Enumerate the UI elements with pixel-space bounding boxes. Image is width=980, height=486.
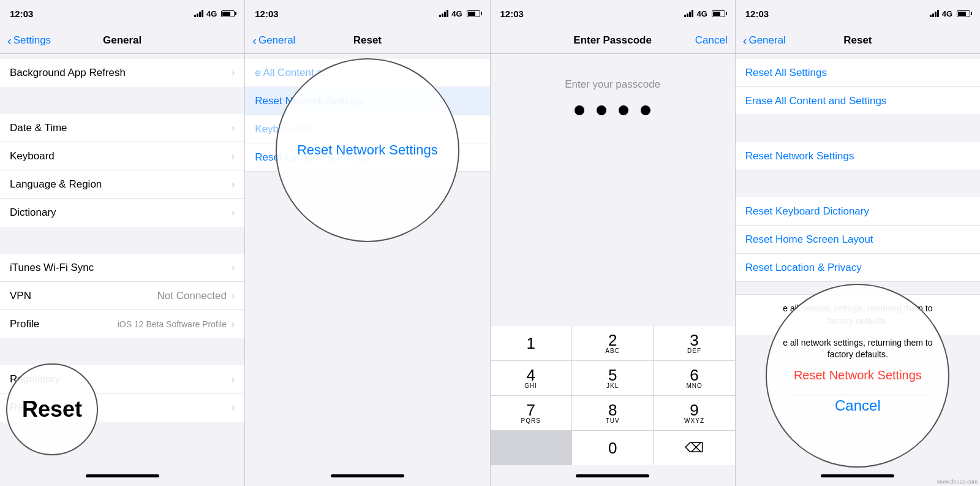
label-home-screen: Reset Home Screen Layout: [745, 234, 873, 246]
list-item-language-region[interactable]: Language & Region ›: [0, 170, 244, 199]
home-bar-1: [86, 474, 159, 477]
key-number-1: 1: [526, 335, 535, 351]
back-button-1[interactable]: ‹ Settings: [7, 34, 51, 47]
key-letters-6: MNO: [686, 383, 702, 389]
reset-item-partial-2[interactable]: Keyboard Di...: [245, 115, 489, 143]
back-button-2[interactable]: ‹ General: [252, 34, 295, 47]
settings-section-3: iTunes Wi-Fi Sync › VPN Not Connected › …: [0, 254, 244, 338]
panel-passcode: 12:03 4G Enter Passcode Cancel Enter you…: [491, 0, 736, 486]
keypad-row-2: 4 GHI 5 JKL 6 MNO: [491, 361, 735, 395]
reset-item-partial-1[interactable]: e All Content a...: [245, 59, 489, 87]
key-empty: [491, 431, 571, 465]
reset-item-all-settings[interactable]: Reset All Settings: [736, 59, 980, 87]
battery-icon-3: [710, 10, 725, 17]
key-3[interactable]: 3 DEF: [654, 326, 734, 360]
list-item-reset[interactable]: Reset ›: [0, 393, 244, 422]
key-number-9: 9: [690, 402, 698, 418]
chevron-icon: ›: [232, 290, 235, 302]
label-location-privacy-4: Reset Location & Privacy: [745, 262, 862, 274]
label-reset-all-settings: Reset All Settings: [745, 67, 827, 79]
status-bar-4: 12:03 4G: [736, 0, 980, 27]
key-4[interactable]: 4 GHI: [491, 361, 571, 395]
key-8[interactable]: 8 TUV: [572, 396, 653, 430]
passcode-dot-2: [597, 105, 606, 115]
general-settings-section: Background App Refresh ›: [0, 59, 244, 87]
panel-general: 12:03 4G ‹ Settings General Background A…: [0, 0, 245, 486]
home-bar-2: [331, 474, 404, 477]
status-icons-4: 4G: [930, 9, 970, 18]
reset-item-location-privacy[interactable]: Reset Location & Privacy: [245, 143, 489, 172]
reset-section-4c: Reset Keyboard Dictionary Reset Home Scr…: [736, 197, 980, 282]
key-1[interactable]: 1: [491, 326, 571, 360]
reset-item-network-4[interactable]: Reset Network Settings: [736, 142, 980, 170]
reset-item-erase-all[interactable]: Erase All Content and Settings: [736, 87, 980, 115]
chevron-icon: ›: [232, 179, 235, 190]
key-2[interactable]: 2 ABC: [572, 326, 653, 360]
item-right-vpn: Not Connected ›: [157, 290, 235, 302]
label-reset-network-settings: Reset Network Settings: [255, 95, 364, 107]
status-time-1: 12:03: [10, 9, 33, 19]
item-label-vpn: VPN: [10, 290, 31, 302]
list-item-itunes-wifi-sync[interactable]: iTunes Wi-Fi Sync ›: [0, 254, 244, 282]
cancel-button-3[interactable]: Cancel: [695, 34, 728, 47]
passcode-prompt: Enter your passcode: [565, 78, 660, 91]
list-item-keyboard[interactable]: Keyboard ›: [0, 142, 244, 170]
key-6[interactable]: 6 MNO: [654, 361, 734, 395]
keypad-row-3: 7 PQRS 8 TUV 9 WXYZ: [491, 396, 735, 430]
settings-section-4: Regulatory › Reset ›: [0, 365, 244, 422]
item-label-itunes-wifi-sync: iTunes Wi-Fi Sync: [10, 262, 94, 274]
item-right-background-app-refresh: ›: [232, 67, 235, 78]
list-item-background-app-refresh[interactable]: Background App Refresh ›: [0, 59, 244, 87]
key-7[interactable]: 7 PQRS: [491, 396, 571, 430]
battery-icon-2: [466, 10, 480, 17]
nav-title-3: Enter Passcode: [573, 34, 652, 47]
passcode-dot-1: [575, 105, 584, 115]
key-9[interactable]: 9 WXYZ: [654, 396, 734, 430]
item-label-date-time: Date & Time: [10, 122, 67, 134]
reset-item-location-privacy-4[interactable]: Reset Location & Privacy: [736, 254, 980, 282]
back-button-4[interactable]: ‹ General: [743, 34, 786, 47]
key-delete[interactable]: ⌫: [654, 431, 734, 465]
back-label-2: General: [258, 34, 295, 47]
passcode-dots: [575, 105, 650, 115]
nav-bar-1: ‹ Settings General: [0, 27, 244, 54]
label-erase-all: Erase All Content and Settings: [745, 95, 887, 107]
home-indicator-3: [491, 465, 735, 486]
delete-icon: ⌫: [685, 440, 704, 456]
home-bar-4: [821, 474, 894, 477]
key-number-6: 6: [690, 367, 698, 383]
status-time-4: 12:03: [745, 9, 769, 19]
item-label-keyboard: Keyboard: [10, 150, 55, 162]
item-label-dictionary: Dictionary: [10, 207, 56, 219]
list-item-regulatory[interactable]: Regulatory ›: [0, 365, 244, 393]
list-item-dictionary[interactable]: Dictionary ›: [0, 199, 244, 227]
reset-item-home-screen[interactable]: Reset Home Screen Layout: [736, 226, 980, 254]
panel-reset-confirm: 12:03 4G ‹ General Reset Reset All Setti…: [736, 0, 980, 486]
nav-bar-4: ‹ General Reset: [736, 27, 980, 54]
section-gap-4: [736, 115, 980, 137]
key-number-7: 7: [526, 402, 535, 418]
list-item-date-time[interactable]: Date & Time ›: [0, 114, 244, 142]
reset-item-keyboard-dict[interactable]: Reset Keyboard Dictionary: [736, 197, 980, 226]
chevron-icon: ›: [232, 67, 235, 78]
watermark: www.deuaq.com: [937, 479, 978, 485]
status-time-3: 12:03: [500, 9, 524, 19]
keypad-row-4: 0 ⌫: [491, 431, 735, 465]
key-0[interactable]: 0: [572, 431, 653, 465]
reset-item-network-settings[interactable]: Reset Network Settings: [245, 87, 489, 115]
chevron-icon: ›: [232, 374, 235, 385]
list-item-profile[interactable]: Profile iOS 12 Beta Software Profile ›: [0, 310, 244, 338]
key-letters-8: TUV: [606, 418, 620, 424]
keypad-row-1: 1 2 ABC 3 DEF: [491, 326, 735, 360]
confirm-desc-text: e all network settings, returning them t…: [783, 303, 932, 326]
list-item-vpn[interactable]: VPN Not Connected ›: [0, 282, 244, 310]
key-5[interactable]: 5 JKL: [572, 361, 653, 395]
passcode-dot-4: [641, 105, 650, 115]
signal-icon-2: [439, 10, 448, 17]
label-location-privacy: Reset Location & Privacy: [255, 151, 371, 164]
key-letters-7: PQRS: [521, 418, 541, 424]
item-right-date-time: ›: [232, 123, 235, 134]
section-gap-4b: [736, 170, 980, 192]
confirm-desc-partial: e all network settings, returning them t…: [736, 294, 980, 335]
status-icons-2: 4G: [439, 9, 480, 18]
